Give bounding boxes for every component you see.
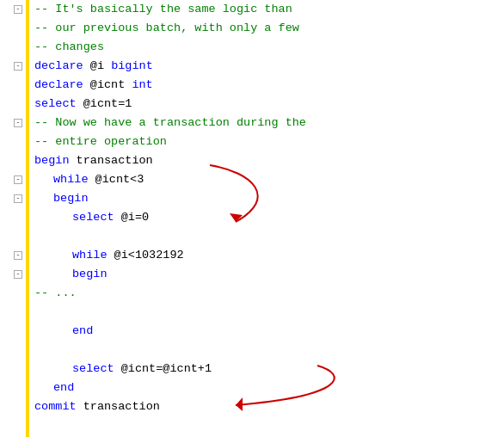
gutter-line-3 [0, 38, 26, 57]
gutter-line-14[interactable]: - [0, 246, 26, 265]
collapse-btn-14[interactable]: - [14, 251, 22, 260]
collapse-btn-4[interactable]: - [14, 62, 22, 71]
code-line-8: -- entire operation [34, 132, 504, 151]
code-line-6: select @icnt=1 [34, 95, 504, 114]
code-line-1: -- It's basically the same logic than [34, 0, 504, 19]
code-token: @icnt=1 [83, 95, 132, 114]
gutter-line-18 [0, 322, 26, 341]
collapse-btn-11[interactable]: - [14, 194, 22, 203]
gutter-line-8 [0, 132, 26, 151]
code-token: -- ... [34, 284, 77, 303]
code-line-18: end [34, 322, 504, 341]
gutter-line-4[interactable]: - [0, 57, 26, 76]
code-token: @i [90, 57, 111, 76]
code-token: @icnt [90, 76, 132, 95]
code-line-2: -- our previous batch, with only a few [34, 19, 504, 38]
gutter-line-6 [0, 95, 26, 114]
code-token: @i<1032192 [114, 246, 184, 265]
code-token: while [53, 170, 95, 189]
code-line-11: begin [34, 189, 504, 208]
code-line-16: -- ... [34, 284, 504, 303]
gutter-line-2 [0, 19, 26, 38]
code-token: -- our previous batch, with only a few [34, 19, 299, 38]
code-token: begin [72, 265, 108, 284]
gutter-line-19 [0, 341, 26, 360]
gutter-line-16 [0, 284, 26, 303]
code-token: @icnt=@icnt+1 [121, 360, 212, 379]
gutter-line-9 [0, 151, 26, 170]
code-token: bigint [111, 57, 153, 76]
collapse-btn-15[interactable]: - [14, 270, 22, 279]
collapse-btn-10[interactable]: - [14, 175, 22, 184]
code-token: transaction [77, 151, 153, 170]
code-token: @i=0 [121, 208, 149, 227]
code-line-12: select @i=0 [34, 208, 504, 227]
gutter-line-13 [0, 227, 26, 246]
code-line-17 [34, 303, 504, 322]
code-line-3: -- changes [34, 38, 504, 57]
code-token: select [34, 95, 83, 114]
code-token: while [72, 246, 114, 265]
code-token: @icnt<3 [95, 170, 144, 189]
code-line-15: begin [34, 265, 504, 284]
code-token: end [72, 322, 93, 341]
code-line-10: while @icnt<3 [34, 170, 504, 189]
code-line-20: select @icnt=@icnt+1 [34, 360, 504, 379]
code-token: -- It's basically the same logic than [34, 0, 292, 19]
code-line-9: begin transaction [34, 151, 504, 170]
code-content: -- It's basically the same logic than --… [29, 0, 504, 437]
code-line-7: -- Now we have a transaction during the [34, 114, 504, 132]
collapse-btn-1[interactable]: - [14, 5, 22, 14]
gutter-line-17 [0, 303, 26, 322]
gutter-line-5 [0, 76, 26, 95]
gutter-line-7[interactable]: - [0, 114, 26, 132]
code-line-13 [34, 227, 504, 246]
gutter-line-21 [0, 379, 26, 397]
code-line-4: declare @i bigint [34, 57, 504, 76]
code-token: select [72, 208, 121, 227]
code-editor: - - - - - - - -- It's basically the same… [0, 0, 504, 437]
code-token: int [132, 76, 152, 95]
code-line-5: declare @icnt int [34, 76, 504, 95]
gutter: - - - - - - - [0, 0, 26, 437]
code-token: begin [34, 151, 77, 170]
gutter-line-10[interactable]: - [0, 170, 26, 189]
code-line-21: end [34, 379, 504, 397]
code-token: select [72, 360, 121, 379]
code-token: -- entire operation [34, 132, 167, 151]
code-token: commit [34, 397, 83, 416]
code-token: -- Now we have a transaction during the [34, 114, 306, 132]
gutter-line-12 [0, 208, 26, 227]
gutter-line-22 [0, 397, 26, 416]
code-token: begin [53, 189, 89, 208]
code-token: -- changes [34, 38, 104, 57]
collapse-btn-7[interactable]: - [14, 119, 22, 127]
code-token: end [53, 379, 74, 397]
code-token: declare [34, 76, 90, 95]
code-token: transaction [83, 397, 160, 416]
gutter-line-1[interactable]: - [0, 0, 26, 19]
gutter-line-11[interactable]: - [0, 189, 26, 208]
code-line-14: while @i<1032192 [34, 246, 504, 265]
code-line-19 [34, 341, 504, 360]
code-line-22: commit transaction [34, 397, 504, 416]
code-token: declare [34, 57, 90, 76]
gutter-line-20 [0, 360, 26, 379]
gutter-line-15[interactable]: - [0, 265, 26, 284]
